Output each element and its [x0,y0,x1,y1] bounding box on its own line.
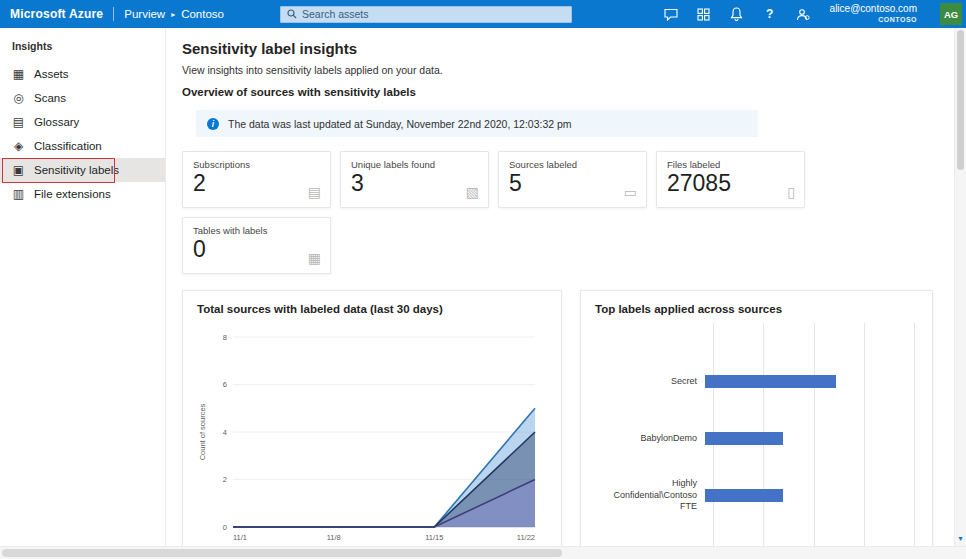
scans-icon: ◎ [12,91,25,105]
bar-label: Highly Confidential\Contoso FTE [595,478,705,513]
kpi-card-sources-labeled: Sources labeled5▭ [498,151,647,208]
sidebar-nav: ▦Assets◎Scans▤Glossary◈Classification▣Se… [0,62,165,206]
sidebar-item-sensitivity-labels[interactable]: ▣Sensitivity labels [0,158,165,182]
topbar-actions: ? alice@contoso.com CONTOSO AG [663,3,962,25]
kpi-value: 5 [509,170,636,196]
kpi-card-unique-labels-found: Unique labels found3▧ [340,151,489,208]
search-input[interactable] [302,8,565,20]
bar [705,375,836,388]
bar-chart-title: Top labels applied across sources [595,303,918,315]
sidebar-item-assets[interactable]: ▦Assets [0,62,165,86]
breadcrumb-instance[interactable]: Contoso [181,8,224,20]
kpi-label: Files labeled [667,159,794,170]
svg-text:11/8: 11/8 [327,533,341,542]
svg-text:11/15: 11/15 [425,533,443,542]
sidebar-item-label: Scans [34,92,66,104]
horizontal-scrollbar-thumb[interactable] [2,549,562,557]
kpi-label: Sources labeled [509,159,636,170]
main-content: Sensitivity label insights View insights… [166,28,966,546]
last-updated-text: The data was last updated at Sunday, Nov… [228,118,572,130]
sidebar-item-label: Assets [34,68,69,80]
files-labeled-icon: ▯ [787,184,795,200]
kpi-grid: Subscriptions2▤Unique labels found3▧Sour… [182,151,806,274]
search-icon [287,9,297,19]
bar [705,489,783,502]
app-body: Insights ▦Assets◎Scans▤Glossary◈Classifi… [0,28,966,546]
account-email: alice@contoso.com [830,3,917,16]
sidebar-item-label: Classification [34,140,102,152]
sidebar-item-glossary[interactable]: ▤Glossary [0,110,165,134]
bar-row-secret: Secret [595,353,918,410]
subscriptions-icon: ▤ [308,184,321,200]
kpi-card-files-labeled: Files labeled27085▯ [656,151,805,208]
azure-topbar: Microsoft Azure Purview ▸ Contoso ? alic… [0,0,966,28]
area-chart-title: Total sources with labeled data (last 30… [197,303,547,315]
sidebar-header: Insights [0,34,165,62]
directory-grid-icon[interactable] [696,6,712,22]
notifications-bell-icon[interactable] [729,6,745,22]
assets-icon: ▦ [12,67,25,81]
glossary-icon: ▤ [12,115,25,129]
bar-track [705,489,914,502]
sidebar-item-scans[interactable]: ◎Scans [0,86,165,110]
unique-labels-icon: ▧ [466,184,479,200]
account-settings-icon[interactable] [795,6,811,22]
tables-with-labels-icon: ▦ [308,250,321,266]
page-title: Sensitivity label insights [182,40,950,57]
svg-text:0: 0 [223,523,227,532]
bar [705,432,783,445]
area-chart-panel: Total sources with labeled data (last 30… [182,290,562,546]
kpi-value: 2 [193,170,320,196]
sidebar-item-file-extensions[interactable]: ▥File extensions [0,182,165,206]
info-icon: i [207,118,219,130]
bar-rows: SecretBabylonDemoHighly Confidential\Con… [595,323,918,524]
kpi-label: Subscriptions [193,159,320,170]
bar-label: Secret [595,376,705,388]
svg-text:2: 2 [223,475,227,484]
area-chart: 0246811/111/811/1511/22Count of sources [197,323,547,546]
kpi-value: 27085 [667,170,794,196]
sidebar-item-label: File extensions [34,188,111,200]
vertical-scrollbar[interactable]: ▼ [954,28,966,546]
horizontal-scrollbar[interactable] [0,546,966,559]
charts-row: Total sources with labeled data (last 30… [182,290,950,546]
bar-chart-panel: Top labels applied across sources Secret… [580,290,933,546]
sidebar-item-label: Sensitivity labels [34,164,119,176]
kpi-value: 0 [193,236,320,262]
bar-label: BabylonDemo [595,433,705,445]
sidebar-item-classification[interactable]: ◈Classification [0,134,165,158]
breadcrumb-app[interactable]: Purview [124,8,165,20]
sensitivity-labels-icon: ▣ [12,163,25,177]
svg-text:11/22: 11/22 [517,533,535,542]
svg-text:4: 4 [223,428,227,437]
purview-app: { "colors": { "topbar_bg": "#0b78d0", "a… [0,0,966,559]
sidebar-item-label: Glossary [34,116,79,128]
account-info[interactable]: alice@contoso.com CONTOSO [830,3,917,24]
chat-icon[interactable] [663,6,679,22]
file-extensions-icon: ▥ [12,187,25,201]
bar-track [705,432,914,445]
last-updated-banner: i The data was last updated at Sunday, N… [196,110,758,137]
kpi-card-subscriptions: Subscriptions2▤ [182,151,331,208]
breadcrumb: Purview ▸ Contoso [124,8,224,20]
help-icon[interactable]: ? [762,6,778,22]
kpi-label: Unique labels found [351,159,478,170]
y-axis-label: Count of sources [198,403,207,460]
sources-labeled-icon: ▭ [624,184,637,200]
breadcrumb-chevron-icon: ▸ [171,10,175,19]
avatar[interactable]: AG [940,3,962,25]
page-subtitle: View insights into sensitivity labels ap… [182,64,950,76]
bar-row-highly-confidential-contoso-fte: Highly Confidential\Contoso FTE [595,467,918,524]
azure-brand[interactable]: Microsoft Azure [10,7,103,21]
scroll-down-icon[interactable]: ▼ [955,532,966,545]
classification-icon: ◈ [12,139,25,153]
area-chart-canvas: 0246811/111/811/1511/22Count of sources [197,323,545,543]
svg-text:11/1: 11/1 [233,533,247,542]
svg-text:6: 6 [223,380,227,389]
bar-chart: SecretBabylonDemoHighly Confidential\Con… [595,323,918,546]
kpi-label: Tables with labels [193,225,320,236]
vertical-scrollbar-thumb[interactable] [957,30,964,170]
account-tenant: CONTOSO [878,16,917,25]
bar-track [705,375,914,388]
topbar-divider [113,7,114,21]
